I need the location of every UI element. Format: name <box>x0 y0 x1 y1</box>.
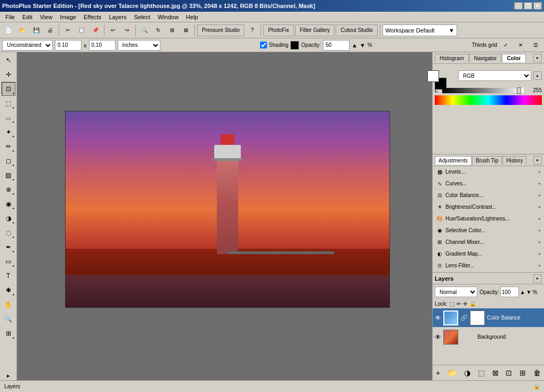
lock-paint-btn[interactable]: ✏ <box>457 301 461 307</box>
layers-panel-expand[interactable]: ▸ <box>533 274 542 283</box>
channel-slider-handle[interactable] <box>517 87 521 94</box>
pen-tool[interactable]: ✒ ▸ <box>2 240 15 254</box>
opacity-input[interactable] <box>323 40 350 51</box>
adj-curves[interactable]: ∿ Curves... ▸ <box>433 178 544 190</box>
menu-layers[interactable]: Layers <box>105 13 129 21</box>
redo-button[interactable]: ↪ <box>120 24 133 37</box>
menu-window[interactable]: Window <box>155 13 182 21</box>
filter-gallery-button[interactable]: Filter Gallery <box>295 24 335 36</box>
crop-button[interactable]: ⊠ <box>180 24 192 37</box>
toolbar-expand-btn[interactable]: ▸ <box>1 372 15 379</box>
grid-options-button[interactable]: ☰ <box>529 39 542 52</box>
cutout-studio-button[interactable]: Cutout Studio <box>336 24 378 36</box>
crop-tool[interactable]: ⊡ ▸ <box>2 82 15 96</box>
menu-view[interactable]: View <box>37 13 56 21</box>
adjustments-panel-expand[interactable]: ▸ <box>533 156 542 165</box>
delete-layer-btn2[interactable]: ⊠ <box>491 368 500 378</box>
new-group-btn[interactable]: 📁 <box>446 368 458 378</box>
tab-color[interactable]: Color <box>502 54 525 62</box>
channel-slider-track[interactable] <box>442 88 524 93</box>
layer-background[interactable]: 👁 Background <box>433 328 544 347</box>
canvas-area[interactable] <box>17 52 432 380</box>
opacity-stepper-down2[interactable]: ▼ <box>526 289 532 295</box>
x-value-input[interactable] <box>55 40 82 51</box>
delete-layer-btn1[interactable]: ⬚ <box>477 368 486 378</box>
lock-transparency-btn[interactable]: ⬚ <box>450 301 454 307</box>
color-mode-select[interactable]: RGB <box>458 70 531 81</box>
retouch-tool[interactable]: ◉ ▸ <box>2 197 15 211</box>
move-tool[interactable]: ✛ <box>2 68 15 81</box>
lock-position-btn[interactable]: ✛ <box>463 301 467 307</box>
new-layer-btn[interactable]: + <box>435 368 441 378</box>
opacity-stepper-up[interactable]: ▲ <box>352 42 358 48</box>
fill-tool[interactable]: ▨ ▸ <box>2 168 15 182</box>
shading-checkbox[interactable] <box>260 42 267 48</box>
opacity-stepper-down[interactable]: ▼ <box>360 42 366 48</box>
magic-wand-tool[interactable]: ✦ ▸ <box>2 125 15 139</box>
print-button[interactable]: 🖨 <box>44 24 56 37</box>
undo-button[interactable]: ↩ <box>107 24 119 37</box>
constraint-dropdown[interactable]: Unconstrained <box>2 40 53 51</box>
adj-selective-color[interactable]: ◉ Selective Color... ▸ <box>433 225 544 236</box>
copy-button[interactable]: 📋 <box>75 24 88 37</box>
tab-histogram[interactable]: Histogram <box>435 54 469 62</box>
paintbrush-tool[interactable]: ✏ ▸ <box>2 140 15 153</box>
tab-adjustments[interactable]: Adjustments <box>435 156 472 165</box>
adj-hue-sat[interactable]: 🎨 Hue/Saturation/Lightness... ▸ <box>433 213 544 225</box>
menu-effects[interactable]: Effects <box>80 13 104 21</box>
photofix-button[interactable]: PhotoFix <box>263 24 294 36</box>
opacity-stepper-up2[interactable]: ▲ <box>520 289 525 295</box>
adj-channel-mixer[interactable]: ⊞ Channel Mixer... ▸ <box>433 236 544 248</box>
tab-brush-tip[interactable]: Brush Tip <box>472 156 502 165</box>
layer-color-balance[interactable]: 👁 🔗 Color Balance <box>433 308 544 328</box>
hand-tool[interactable]: ✋ <box>2 298 15 312</box>
color-panel-expand[interactable]: ▸ <box>533 54 542 62</box>
select-tool[interactable]: ↖ <box>2 53 15 67</box>
trash-layer-btn[interactable]: 🗑 <box>532 368 542 378</box>
menu-select[interactable]: Select <box>131 13 153 21</box>
color-spectrum[interactable] <box>435 95 542 105</box>
text-tool[interactable]: T <box>2 269 15 283</box>
menu-file[interactable]: File <box>2 13 18 21</box>
dodge-tool[interactable]: ◑ ▸ <box>2 211 15 225</box>
grid-cancel-button[interactable]: ✕ <box>514 39 527 52</box>
color-mode-expand[interactable]: ▸ <box>533 71 542 80</box>
grid-accept-button[interactable]: ✓ <box>499 39 512 52</box>
open-button[interactable]: 📂 <box>16 24 29 37</box>
menu-edit[interactable]: Edit <box>19 13 36 21</box>
save-button[interactable]: 💾 <box>30 24 43 37</box>
help-button[interactable]: ? <box>246 24 258 37</box>
adj-lens-filter[interactable]: ⊙ Lens Filter... ▸ <box>433 260 544 272</box>
cut-button[interactable]: ✂ <box>61 24 74 37</box>
adj-levels[interactable]: ▦ Levels... ▸ <box>433 166 544 178</box>
new-button[interactable]: 📄 <box>2 24 15 37</box>
layer-visibility-color-balance[interactable]: 👁 <box>435 314 441 322</box>
clone-tool[interactable]: ⊕ ▸ <box>2 183 15 197</box>
zoom-button[interactable]: 🔍 <box>138 24 151 37</box>
adj-color-balance[interactable]: ⚖ Color Balance... ▸ <box>433 190 544 201</box>
resize-button[interactable]: ⊞ <box>166 24 178 37</box>
y-value-input[interactable] <box>89 40 116 51</box>
lasso-tool[interactable]: ⌓ ▸ <box>2 111 15 125</box>
minimize-button[interactable]: − <box>514 2 523 10</box>
delete-layer-btn3[interactable]: ⊡ <box>505 368 513 378</box>
restore-button[interactable]: ❐ <box>524 2 532 10</box>
paste-button[interactable]: 📌 <box>89 24 102 37</box>
adj-gradient-map[interactable]: ◐ Gradient Map... ▸ <box>433 248 544 260</box>
blend-mode-select[interactable]: Normal <box>435 287 477 297</box>
menu-image[interactable]: Image <box>56 13 79 21</box>
shape-tool[interactable]: ▭ ▸ <box>2 255 15 268</box>
canvas-transform-tool[interactable]: ⊞ ▸ <box>2 326 15 340</box>
layers-opacity-input[interactable] <box>500 287 519 297</box>
adjustment-layer-btn[interactable]: ◑ <box>463 368 472 378</box>
background-color-swatch[interactable] <box>427 70 439 82</box>
close-button[interactable]: ✕ <box>533 2 542 10</box>
eyedropper-tool[interactable]: ✱ ▸ <box>2 283 15 297</box>
menu-help[interactable]: Help <box>183 13 201 21</box>
rotate-button[interactable]: ↻ <box>152 24 165 37</box>
adj-brightness[interactable]: ☀ Brightness/Contrast... ▸ <box>433 201 544 213</box>
tab-navigator[interactable]: Navigator <box>469 54 502 62</box>
marquee-tool[interactable]: ⬚ ▸ <box>2 96 15 110</box>
tab-history[interactable]: History <box>502 156 526 165</box>
units-dropdown[interactable]: inches <box>118 40 160 51</box>
